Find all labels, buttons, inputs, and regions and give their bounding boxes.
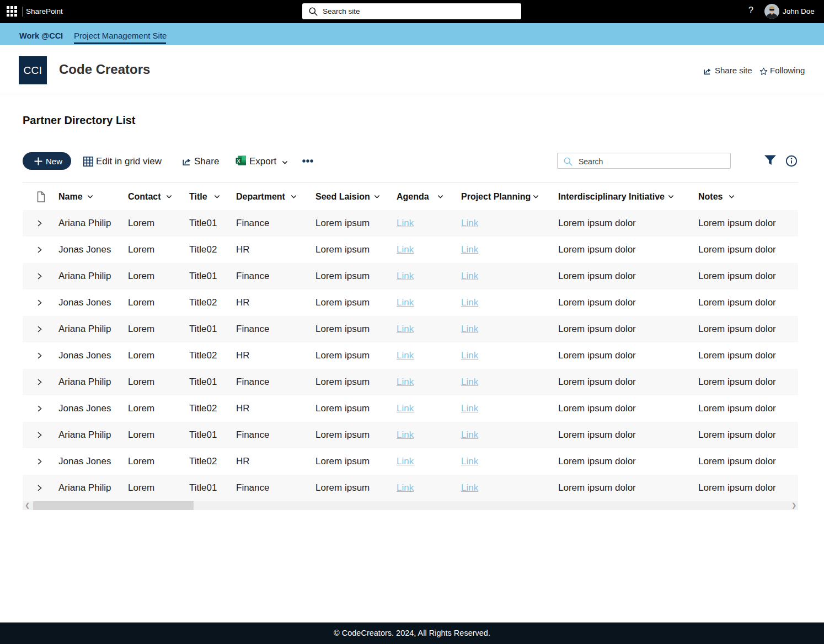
svg-text:X: X <box>237 158 240 164</box>
